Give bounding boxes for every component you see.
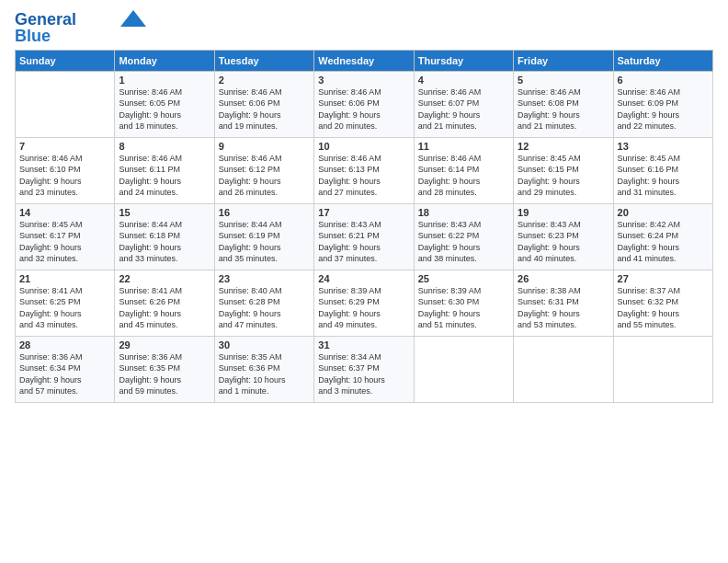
day-info: Sunrise: 8:41 AM Sunset: 6:26 PM Dayligh…: [119, 285, 210, 331]
day-header-wednesday: Wednesday: [314, 50, 414, 71]
day-number: 18: [418, 207, 509, 218]
calendar-cell: 1Sunrise: 8:46 AM Sunset: 6:05 PM Daylig…: [115, 71, 214, 137]
day-info: Sunrise: 8:44 AM Sunset: 6:18 PM Dayligh…: [119, 219, 210, 265]
day-number: 28: [19, 339, 110, 350]
calendar-cell: 3Sunrise: 8:46 AM Sunset: 6:06 PM Daylig…: [314, 71, 414, 137]
calendar-cell: [514, 336, 613, 402]
day-number: 26: [518, 273, 609, 284]
day-info: Sunrise: 8:46 AM Sunset: 6:09 PM Dayligh…: [618, 86, 709, 132]
calendar-cell: 11Sunrise: 8:46 AM Sunset: 6:14 PM Dayli…: [414, 137, 513, 203]
day-number: 14: [19, 207, 110, 218]
day-number: 17: [318, 207, 409, 218]
calendar-cell: 12Sunrise: 8:45 AM Sunset: 6:15 PM Dayli…: [514, 137, 613, 203]
day-info: Sunrise: 8:41 AM Sunset: 6:25 PM Dayligh…: [19, 285, 110, 331]
calendar-cell: 25Sunrise: 8:39 AM Sunset: 6:30 PM Dayli…: [414, 270, 513, 336]
day-header-tuesday: Tuesday: [214, 50, 313, 71]
day-number: 4: [418, 75, 509, 86]
day-info: Sunrise: 8:45 AM Sunset: 6:15 PM Dayligh…: [518, 153, 609, 199]
logo: General Blue: [15, 11, 146, 46]
day-number: 21: [19, 273, 110, 284]
day-number: 6: [618, 75, 709, 86]
calendar-table: SundayMondayTuesdayWednesdayThursdayFrid…: [15, 50, 713, 403]
day-number: 19: [518, 207, 609, 218]
day-info: Sunrise: 8:45 AM Sunset: 6:16 PM Dayligh…: [618, 153, 709, 199]
day-info: Sunrise: 8:46 AM Sunset: 6:05 PM Dayligh…: [119, 86, 210, 132]
day-info: Sunrise: 8:42 AM Sunset: 6:24 PM Dayligh…: [618, 219, 709, 265]
day-number: 15: [119, 207, 210, 218]
calendar-body: 1Sunrise: 8:46 AM Sunset: 6:05 PM Daylig…: [16, 71, 713, 402]
day-info: Sunrise: 8:40 AM Sunset: 6:28 PM Dayligh…: [219, 285, 310, 331]
day-info: Sunrise: 8:35 AM Sunset: 6:36 PM Dayligh…: [219, 351, 310, 397]
calendar-cell: 24Sunrise: 8:39 AM Sunset: 6:29 PM Dayli…: [314, 270, 414, 336]
day-number: 2: [219, 75, 310, 86]
logo-icon: [120, 10, 146, 27]
week-row-4: 21Sunrise: 8:41 AM Sunset: 6:25 PM Dayli…: [16, 270, 713, 336]
day-number: 10: [318, 141, 409, 152]
day-header-saturday: Saturday: [613, 50, 712, 71]
calendar-cell: 17Sunrise: 8:43 AM Sunset: 6:21 PM Dayli…: [314, 203, 414, 270]
day-info: Sunrise: 8:46 AM Sunset: 6:11 PM Dayligh…: [119, 153, 210, 199]
day-number: 30: [219, 339, 310, 350]
day-info: Sunrise: 8:46 AM Sunset: 6:06 PM Dayligh…: [219, 86, 310, 132]
calendar-cell: 8Sunrise: 8:46 AM Sunset: 6:11 PM Daylig…: [115, 137, 214, 203]
day-info: Sunrise: 8:46 AM Sunset: 6:10 PM Dayligh…: [19, 153, 110, 199]
day-number: 24: [318, 273, 409, 284]
day-info: Sunrise: 8:46 AM Sunset: 6:12 PM Dayligh…: [219, 153, 310, 199]
day-info: Sunrise: 8:43 AM Sunset: 6:21 PM Dayligh…: [318, 219, 409, 265]
calendar-cell: 5Sunrise: 8:46 AM Sunset: 6:08 PM Daylig…: [514, 71, 613, 137]
day-info: Sunrise: 8:38 AM Sunset: 6:31 PM Dayligh…: [518, 285, 609, 331]
calendar-cell: 6Sunrise: 8:46 AM Sunset: 6:09 PM Daylig…: [613, 71, 712, 137]
day-number: 1: [119, 75, 210, 86]
day-info: Sunrise: 8:36 AM Sunset: 6:34 PM Dayligh…: [19, 351, 110, 397]
day-info: Sunrise: 8:45 AM Sunset: 6:17 PM Dayligh…: [19, 219, 110, 265]
day-info: Sunrise: 8:43 AM Sunset: 6:22 PM Dayligh…: [418, 219, 509, 265]
day-number: 31: [318, 339, 409, 350]
day-number: 25: [418, 273, 509, 284]
calendar-cell: 19Sunrise: 8:43 AM Sunset: 6:23 PM Dayli…: [514, 203, 613, 270]
day-number: 7: [19, 141, 110, 152]
day-info: Sunrise: 8:44 AM Sunset: 6:19 PM Dayligh…: [219, 219, 310, 265]
calendar-cell: [414, 336, 513, 402]
day-info: Sunrise: 8:46 AM Sunset: 6:06 PM Dayligh…: [318, 86, 409, 132]
week-row-1: 1Sunrise: 8:46 AM Sunset: 6:05 PM Daylig…: [16, 71, 713, 137]
header: General Blue: [15, 11, 713, 46]
calendar-cell: 16Sunrise: 8:44 AM Sunset: 6:19 PM Dayli…: [214, 203, 313, 270]
calendar-cell: 7Sunrise: 8:46 AM Sunset: 6:10 PM Daylig…: [16, 137, 115, 203]
day-number: 9: [219, 141, 310, 152]
day-info: Sunrise: 8:46 AM Sunset: 6:08 PM Dayligh…: [518, 86, 609, 132]
calendar-cell: 10Sunrise: 8:46 AM Sunset: 6:13 PM Dayli…: [314, 137, 414, 203]
calendar-cell: 30Sunrise: 8:35 AM Sunset: 6:36 PM Dayli…: [214, 336, 313, 402]
day-info: Sunrise: 8:46 AM Sunset: 6:13 PM Dayligh…: [318, 153, 409, 199]
day-number: 12: [518, 141, 609, 152]
day-info: Sunrise: 8:46 AM Sunset: 6:14 PM Dayligh…: [418, 153, 509, 199]
day-header-thursday: Thursday: [414, 50, 513, 71]
day-number: 16: [219, 207, 310, 218]
calendar-cell: 9Sunrise: 8:46 AM Sunset: 6:12 PM Daylig…: [214, 137, 313, 203]
day-number: 8: [119, 141, 210, 152]
main-container: General Blue SundayMondayTuesdayWednesda…: [0, 0, 728, 410]
day-info: Sunrise: 8:39 AM Sunset: 6:29 PM Dayligh…: [318, 285, 409, 331]
calendar-cell: 28Sunrise: 8:36 AM Sunset: 6:34 PM Dayli…: [16, 336, 115, 402]
calendar-cell: 26Sunrise: 8:38 AM Sunset: 6:31 PM Dayli…: [514, 270, 613, 336]
calendar-cell: 4Sunrise: 8:46 AM Sunset: 6:07 PM Daylig…: [414, 71, 513, 137]
calendar-cell: 27Sunrise: 8:37 AM Sunset: 6:32 PM Dayli…: [613, 270, 712, 336]
logo-general: General: [15, 10, 76, 29]
day-header-sunday: Sunday: [16, 50, 115, 71]
calendar-cell: 22Sunrise: 8:41 AM Sunset: 6:26 PM Dayli…: [115, 270, 214, 336]
svg-marker-0: [120, 10, 146, 27]
day-number: 20: [618, 207, 709, 218]
week-row-5: 28Sunrise: 8:36 AM Sunset: 6:34 PM Dayli…: [16, 336, 713, 402]
calendar-cell: [613, 336, 712, 402]
calendar-cell: 23Sunrise: 8:40 AM Sunset: 6:28 PM Dayli…: [214, 270, 313, 336]
calendar-cell: 15Sunrise: 8:44 AM Sunset: 6:18 PM Dayli…: [115, 203, 214, 270]
week-row-2: 7Sunrise: 8:46 AM Sunset: 6:10 PM Daylig…: [16, 137, 713, 203]
day-info: Sunrise: 8:39 AM Sunset: 6:30 PM Dayligh…: [418, 285, 509, 331]
calendar-cell: 14Sunrise: 8:45 AM Sunset: 6:17 PM Dayli…: [16, 203, 115, 270]
day-info: Sunrise: 8:36 AM Sunset: 6:35 PM Dayligh…: [119, 351, 210, 397]
week-row-3: 14Sunrise: 8:45 AM Sunset: 6:17 PM Dayli…: [16, 203, 713, 270]
day-number: 27: [618, 273, 709, 284]
calendar-cell: 18Sunrise: 8:43 AM Sunset: 6:22 PM Dayli…: [414, 203, 513, 270]
calendar-cell: [16, 71, 115, 137]
day-header-monday: Monday: [115, 50, 214, 71]
day-number: 5: [518, 75, 609, 86]
